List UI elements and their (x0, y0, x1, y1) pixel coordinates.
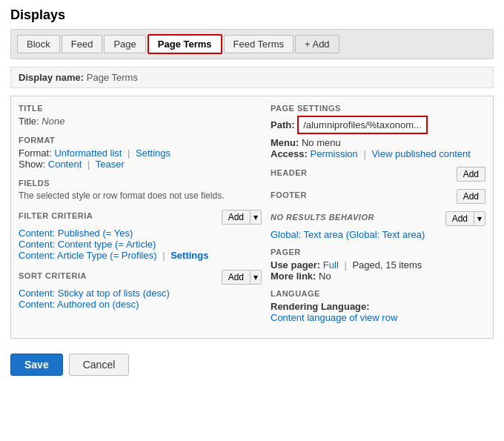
show-label: Show: (19, 159, 45, 170)
page-title: Displays (10, 7, 494, 23)
tab-feed[interactable]: Feed (62, 35, 103, 53)
paged-text: Paged, 15 items (352, 259, 422, 271)
pager-section: PAGER Use pager: Full | Paged, 15 items … (271, 248, 485, 282)
tab-page[interactable]: Page (104, 35, 145, 53)
filter-items: Content: Published (= Yes) Content: Cont… (19, 228, 262, 261)
header-section: HEADER Add (271, 167, 485, 182)
path-label: Path: (271, 119, 295, 130)
sort-add-group: Add ▾ (222, 270, 262, 285)
language-heading: LANGUAGE (271, 289, 485, 298)
tabs-bar: Block Feed Page Page Terms Feed Terms + … (10, 29, 494, 59)
save-button[interactable]: Save (10, 354, 63, 376)
footer-section-header: FOOTER Add (271, 189, 485, 204)
use-pager-row: Use pager: Full | Paged, 15 items (271, 259, 485, 271)
display-name-row: Display name: Page Terms (10, 67, 494, 88)
tab-block[interactable]: Block (17, 35, 60, 53)
format-body: Format: Unformatted list | Settings Show… (19, 147, 262, 170)
format-settings-link[interactable]: Settings (136, 147, 170, 159)
footer-section: FOOTER Add (271, 189, 485, 204)
main-content: TITLE Title: None FORMAT Format: Unforma… (10, 96, 494, 339)
no-results-add-dropdown[interactable]: ▾ (474, 211, 485, 226)
rendering-row: Rendering Language: (271, 301, 485, 312)
filter-add-dropdown[interactable]: ▾ (251, 210, 262, 225)
list-item: Content: Article Type (= Profiles) | Set… (19, 250, 262, 261)
no-results-add-button[interactable]: Add (445, 211, 474, 226)
access-link[interactable]: Permission (311, 148, 358, 159)
sort-add-button[interactable]: Add (222, 270, 251, 285)
left-panel: TITLE Title: None FORMAT Format: Unforma… (19, 104, 262, 331)
more-link-value: No (319, 271, 331, 282)
list-item: Content: Authored on (desc) (19, 299, 262, 310)
no-results-header: NO RESULTS BEHAVIOR Add ▾ (271, 211, 485, 226)
sort-header-row: SORT CRITERIA Add ▾ (19, 270, 262, 285)
sort-items: Content: Sticky at top of lists (desc) C… (19, 288, 262, 310)
access-label: Access: (271, 148, 308, 159)
menu-row: Menu: No menu (271, 137, 485, 148)
rendering-value[interactable]: Content language of view row (271, 312, 397, 323)
use-pager-label: Use pager: (271, 259, 320, 271)
more-link-row: More link: No (271, 271, 485, 282)
more-link-label: More link: (271, 271, 316, 282)
fields-note: The selected style or row format does no… (19, 190, 262, 201)
no-results-heading: NO RESULTS BEHAVIOR (271, 213, 374, 222)
footer-add-button[interactable]: Add (457, 189, 485, 204)
title-label: Title: (19, 116, 39, 127)
filter-add-group: Add ▾ (222, 210, 262, 225)
format-link[interactable]: Unformatted list (54, 147, 122, 159)
title-section: TITLE Title: None (19, 104, 262, 127)
tab-add-button[interactable]: + Add (295, 35, 339, 53)
menu-value: No menu (302, 137, 341, 148)
teaser-link[interactable]: Teaser (96, 159, 125, 170)
header-heading: HEADER (271, 168, 307, 177)
display-name-value: Page Terms (87, 72, 138, 83)
page-settings-section: PAGE SETTINGS Path: /alumniprofiles/%tax… (271, 104, 485, 159)
list-item: Content: Content type (= Article) (19, 239, 262, 250)
access-row: Access: Permission | View published cont… (271, 148, 485, 159)
right-panel: PAGE SETTINGS Path: /alumniprofiles/%tax… (271, 104, 485, 331)
rendering-label: Rendering Language: (271, 301, 370, 312)
sort-heading: SORT CRITERIA (19, 271, 87, 280)
tab-feed-terms[interactable]: Feed Terms (224, 35, 294, 53)
no-results-section: NO RESULTS BEHAVIOR Add ▾ Global: Text a… (271, 211, 485, 240)
list-item: Content: Sticky at top of lists (desc) (19, 288, 262, 299)
filter-add-button[interactable]: Add (222, 210, 251, 225)
content-link[interactable]: Content (48, 159, 82, 170)
fields-section: FIELDS The selected style or row format … (19, 179, 262, 201)
filter-item-0[interactable]: Content: Published (= Yes) (19, 228, 133, 239)
footer-bar: Save Cancel (10, 348, 494, 376)
sort-section: SORT CRITERIA Add ▾ Content: Sticky at t… (19, 270, 262, 310)
header-add-button[interactable]: Add (457, 167, 485, 182)
sort-item-0[interactable]: Content: Sticky at top of lists (desc) (19, 288, 170, 299)
cancel-button[interactable]: Cancel (69, 354, 130, 376)
footer-heading: FOOTER (271, 190, 307, 199)
fields-heading: FIELDS (19, 179, 262, 188)
sort-add-dropdown[interactable]: ▾ (251, 270, 262, 285)
title-section-body: Title: None (19, 116, 262, 127)
page-wrapper: Displays Block Feed Page Page Terms Feed… (0, 0, 504, 383)
format-label: Format: (19, 147, 52, 159)
title-value: None (42, 116, 64, 127)
filter-item-2-settings[interactable]: Settings (170, 250, 208, 261)
display-name-label: Display name: (19, 72, 84, 83)
path-row: Path: /alumniprofiles/%taxonom... (271, 116, 485, 137)
pager-heading: PAGER (271, 248, 485, 256)
menu-label: Menu: (271, 137, 299, 148)
page-settings-heading: PAGE SETTINGS (271, 104, 485, 113)
title-section-heading: TITLE (19, 104, 262, 113)
no-results-item[interactable]: Global: Text area (Global: Text area) (271, 229, 425, 240)
full-link[interactable]: Full (323, 259, 339, 271)
list-item: Content: Published (= Yes) (19, 228, 262, 239)
header-section-header: HEADER Add (271, 167, 485, 182)
filter-section: FILTER CRITERIA Add ▾ Content: Published… (19, 210, 262, 261)
format-section-heading: FORMAT (19, 136, 262, 145)
language-section: LANGUAGE Rendering Language: Content lan… (271, 289, 485, 323)
filter-item-1[interactable]: Content: Content type (= Article) (19, 239, 156, 250)
view-published-link[interactable]: View published content (371, 148, 470, 159)
path-value[interactable]: /alumniprofiles/%taxonom... (297, 116, 428, 134)
filter-item-2[interactable]: Content: Article Type (= Profiles) (19, 250, 157, 261)
tab-page-terms[interactable]: Page Terms (147, 34, 222, 54)
filter-heading: FILTER CRITERIA (19, 211, 93, 220)
format-section: FORMAT Format: Unformatted list | Settin… (19, 136, 262, 170)
filter-header-row: FILTER CRITERIA Add ▾ (19, 210, 262, 225)
sort-item-1[interactable]: Content: Authored on (desc) (19, 299, 139, 310)
